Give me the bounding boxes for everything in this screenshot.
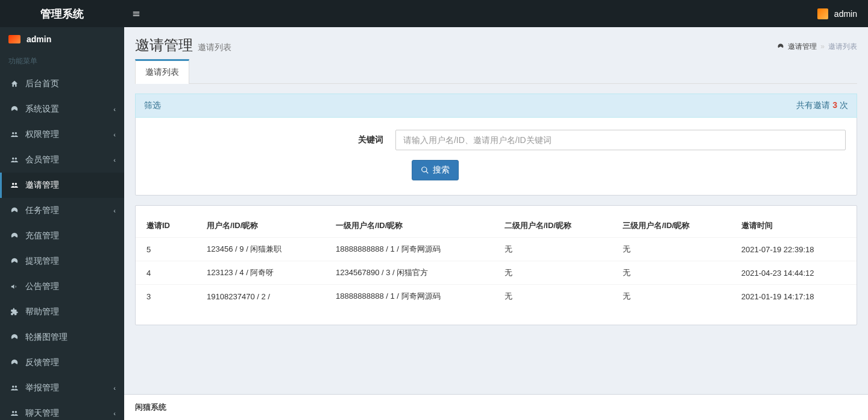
dashboard-icon	[8, 104, 20, 114]
sidebar-item-4[interactable]: 邀请管理	[0, 173, 124, 198]
sidebar-item-3[interactable]: 会员管理‹	[0, 147, 124, 173]
cell-l1: 18888888888 / 1 / 阿奇网源码	[325, 238, 494, 261]
keyword-label: 关键词	[146, 135, 395, 145]
top-user-name[interactable]: admin	[834, 9, 857, 19]
cell-l3: 无	[612, 285, 731, 308]
hamburger-toggle[interactable]	[124, 0, 148, 27]
invite-count-number: 3	[832, 100, 837, 110]
sidebar-menu: 后台首页系统设置‹权限管理‹会员管理‹邀请管理任务管理‹充值管理提现管理公告管理…	[0, 71, 124, 420]
sidebar-section-label: 功能菜单	[0, 51, 124, 71]
bars-icon	[132, 10, 140, 18]
sidebar-item-6[interactable]: 充值管理	[0, 223, 124, 249]
cell-time: 2021-04-23 14:44:12	[731, 261, 857, 285]
content: 邀请管理 邀请列表 邀请管理 » 邀请列表 邀请列表 筛选 共有邀请 3 次 关…	[124, 27, 868, 420]
chevron-left-icon: ‹	[113, 410, 116, 417]
filter-head-label: 筛选	[144, 100, 161, 111]
sidebar-item-label: 充值管理	[25, 231, 59, 241]
filter-head: 筛选 共有邀请 3 次	[135, 94, 857, 118]
table-header-1: 用户名/ID/昵称	[196, 214, 325, 238]
footer: 闲猫系统	[124, 394, 868, 420]
chevron-left-icon: ‹	[113, 131, 116, 138]
sidebar-item-label: 轮播图管理	[25, 332, 68, 343]
sidebar-item-5[interactable]: 任务管理‹	[0, 198, 124, 223]
home-icon	[8, 79, 20, 89]
dashboard-icon	[777, 43, 784, 50]
dashboard-icon	[8, 231, 20, 241]
sidebar-item-7[interactable]: 提现管理	[0, 249, 124, 274]
table-row: 4123123 / 4 / 阿奇呀1234567890 / 3 / 闲猫官方无无…	[136, 261, 857, 285]
users-icon	[8, 409, 20, 418]
sidebar-item-label: 会员管理	[25, 154, 59, 165]
cell-l3: 无	[612, 261, 731, 285]
table-header-4: 三级用户名/ID/昵称	[612, 214, 731, 238]
cell-l2: 无	[494, 238, 612, 261]
sidebar-user-panel: admin	[0, 27, 124, 51]
sidebar-item-13[interactable]: 聊天管理‹	[0, 401, 124, 420]
sidebar-item-label: 帮助管理	[25, 307, 59, 317]
chevron-left-icon: ‹	[113, 156, 116, 164]
keyword-input[interactable]	[395, 130, 846, 150]
users-icon	[8, 130, 20, 139]
chevron-left-icon: ‹	[113, 384, 116, 392]
cell-id: 4	[136, 261, 196, 285]
search-button-label: 搜索	[433, 165, 450, 176]
cell-l1: 18888888888 / 1 / 阿奇网源码	[325, 285, 494, 308]
puzzle-icon	[8, 307, 20, 317]
table-header-2: 一级用户名/ID/昵称	[325, 214, 494, 238]
cell-l3: 无	[612, 238, 731, 261]
sidebar-item-8[interactable]: 公告管理	[0, 274, 124, 299]
table-header-3: 二级用户名/ID/昵称	[494, 214, 612, 238]
sidebar-item-1[interactable]: 系统设置‹	[0, 97, 124, 122]
tabs: 邀请列表	[135, 59, 857, 84]
cell-id: 3	[136, 285, 196, 308]
sidebar-item-label: 系统设置	[25, 104, 59, 115]
search-button[interactable]: 搜索	[412, 160, 459, 180]
sidebar-item-label: 任务管理	[25, 205, 59, 216]
sidebar-item-label: 聊天管理	[25, 408, 59, 419]
cell-time: 2021-01-19 14:17:18	[731, 285, 857, 308]
dashboard-icon	[8, 358, 20, 368]
chevron-left-icon: ‹	[113, 106, 116, 113]
cell-l1: 1234567890 / 3 / 闲猫官方	[325, 261, 494, 285]
sidebar-item-label: 邀请管理	[25, 180, 59, 191]
tab-invite-list[interactable]: 邀请列表	[135, 59, 189, 84]
sidebar-item-2[interactable]: 权限管理‹	[0, 122, 124, 147]
sidebar-item-10[interactable]: 轮播图管理	[0, 325, 124, 350]
sidebar-item-label: 提现管理	[25, 256, 59, 267]
sidebar-item-label: 权限管理	[25, 129, 59, 140]
breadcrumb-separator: »	[820, 42, 825, 51]
brand-logo[interactable]: 管理系统	[0, 0, 124, 27]
content-header: 邀请管理 邀请列表 邀请管理 » 邀请列表	[124, 27, 868, 59]
invite-table: 邀请ID用户名/ID/昵称一级用户名/ID/昵称二级用户名/ID/昵称三级用户名…	[136, 214, 857, 308]
sidebar-item-12[interactable]: 举报管理‹	[0, 375, 124, 401]
top-header: 管理系统 admin	[0, 0, 868, 27]
users-icon	[8, 383, 20, 393]
invite-count: 共有邀请 3 次	[796, 100, 848, 111]
keyword-row: 关键词	[146, 130, 846, 150]
table-row: 319108237470 / 2 / 18888888888 / 1 / 阿奇网…	[136, 285, 857, 308]
search-row: 搜索	[146, 160, 846, 180]
sidebar-item-label: 后台首页	[25, 78, 59, 89]
sidebar-item-0[interactable]: 后台首页	[0, 71, 124, 97]
breadcrumb-leaf: 邀请列表	[828, 42, 857, 52]
avatar-icon	[8, 35, 20, 43]
search-icon	[421, 166, 429, 174]
cell-time: 2021-07-19 22:39:18	[731, 238, 857, 261]
cell-l2: 无	[494, 261, 612, 285]
table-body: 5123456 / 9 / 闲猫兼职18888888888 / 1 / 阿奇网源…	[136, 238, 857, 308]
sidebar-item-label: 公告管理	[25, 281, 59, 292]
chevron-left-icon: ‹	[113, 207, 116, 214]
dashboard-icon	[8, 256, 20, 266]
top-right: admin	[817, 8, 868, 19]
users-icon	[8, 180, 20, 190]
cell-user: 19108237470 / 2 /	[196, 285, 325, 308]
page-title: 邀请管理	[135, 36, 193, 55]
tabs-wrapper: 邀请列表	[124, 59, 868, 84]
breadcrumb-root[interactable]: 邀请管理	[788, 42, 817, 52]
cell-l2: 无	[494, 285, 612, 308]
sidebar-item-label: 举报管理	[25, 383, 59, 393]
cell-user: 123456 / 9 / 闲猫兼职	[196, 238, 325, 261]
filter-body: 关键词 搜索	[136, 118, 857, 195]
sidebar-item-11[interactable]: 反馈管理	[0, 350, 124, 375]
sidebar-item-9[interactable]: 帮助管理	[0, 299, 124, 325]
